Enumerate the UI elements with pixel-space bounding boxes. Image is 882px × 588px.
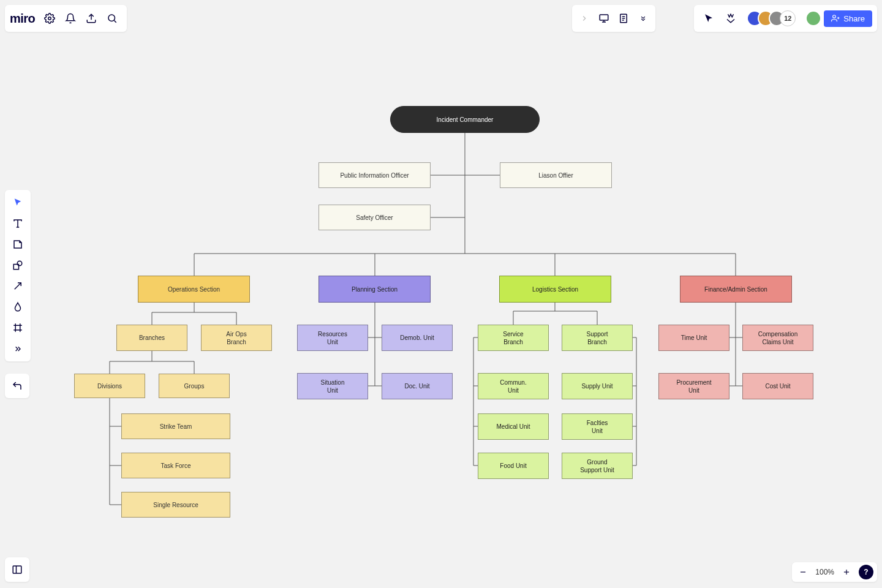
node-cost-unit[interactable]: Cost Unit: [742, 373, 813, 399]
zoom-level[interactable]: 100%: [812, 568, 838, 576]
text-tool-icon[interactable]: [7, 213, 28, 234]
chevron-right-icon[interactable]: [575, 9, 594, 28]
help-button[interactable]: ?: [859, 565, 873, 579]
present-icon[interactable]: [594, 9, 614, 28]
node-operations-section[interactable]: Operations Section: [138, 276, 250, 303]
chevron-down-double-icon[interactable]: [633, 9, 653, 28]
node-label: Strike Team: [160, 423, 192, 431]
node-air-ops-branch[interactable]: Air Ops Branch: [201, 325, 272, 351]
node-label: Planning Section: [352, 285, 398, 293]
bottom-left-toolbar: [5, 557, 29, 582]
avatar-self[interactable]: [805, 10, 821, 26]
node-strike-team[interactable]: Strike Team: [121, 413, 230, 439]
cursor-icon[interactable]: [699, 9, 718, 28]
node-single-resource[interactable]: Single Resource: [121, 492, 230, 518]
node-label: Finance/Admin Section: [704, 285, 767, 293]
svg-point-40: [48, 17, 51, 20]
node-service-branch[interactable]: Service Branch: [478, 325, 549, 351]
node-procurement-unit[interactable]: Procurement Unit: [658, 373, 729, 399]
node-label: Medical Unit: [496, 423, 530, 431]
node-label: Single Resource: [153, 501, 198, 509]
more-tools-icon[interactable]: [7, 338, 28, 359]
undo-icon[interactable]: [7, 376, 27, 396]
node-label: Situation Unit: [321, 379, 345, 394]
svg-point-57: [17, 261, 22, 266]
node-finance-section[interactable]: Finance/Admin Section: [680, 276, 792, 303]
left-toolbar: [5, 190, 31, 361]
top-right-toolbar-a: [572, 5, 655, 32]
node-facilities-unit[interactable]: Faclties Unit: [562, 413, 633, 440]
top-right-toolbar-b: 12 Share: [694, 5, 877, 32]
node-groups[interactable]: Groups: [159, 374, 230, 398]
node-label: Task Force: [161, 462, 191, 470]
avatar-overflow-count[interactable]: 12: [780, 10, 796, 26]
svg-point-51: [833, 15, 836, 18]
node-label: Demob. Unit: [400, 334, 434, 342]
node-situation-unit[interactable]: Situation Unit: [297, 373, 368, 399]
node-label: Procurement Unit: [676, 379, 711, 394]
node-label: Liason Offier: [538, 172, 573, 179]
node-doc-unit[interactable]: Doc. Unit: [382, 373, 453, 399]
node-label: Divisions: [97, 382, 122, 390]
select-tool-icon[interactable]: [7, 192, 28, 213]
node-public-info-officer[interactable]: Public Information Officer: [318, 162, 431, 188]
undo-toolbar: [5, 374, 29, 398]
node-label: Ground Support Unit: [580, 458, 614, 474]
node-demob-unit[interactable]: Demob. Unit: [382, 325, 453, 351]
svg-rect-63: [13, 566, 21, 573]
node-logistics-section[interactable]: Logistics Section: [499, 276, 611, 303]
node-supply-unit[interactable]: Supply Unit: [562, 373, 633, 399]
bell-icon[interactable]: [61, 9, 80, 28]
node-liaison-officer[interactable]: Liason Offier: [500, 162, 612, 188]
node-label: Public Information Officer: [340, 172, 409, 179]
node-label: Resources Unit: [318, 330, 347, 346]
frame-tool-icon[interactable]: [7, 317, 28, 338]
node-label: Doc. Unit: [404, 382, 429, 390]
node-support-branch[interactable]: Support Branch: [562, 325, 633, 351]
node-label: Operations Section: [168, 285, 220, 293]
zoom-in-button[interactable]: [839, 565, 854, 579]
export-icon[interactable]: [81, 9, 101, 28]
node-label: Air Ops Branch: [226, 330, 246, 346]
settings-icon[interactable]: [40, 9, 59, 28]
node-label: Faclties Unit: [587, 419, 608, 435]
share-label: Share: [843, 14, 865, 23]
notes-icon[interactable]: [614, 9, 633, 28]
node-time-unit[interactable]: Time Unit: [658, 325, 729, 351]
node-label: Cost Unit: [765, 382, 790, 390]
node-label: Support Branch: [586, 330, 608, 346]
node-resources-unit[interactable]: Resources Unit: [297, 325, 368, 351]
shape-tool-icon[interactable]: [7, 255, 28, 276]
node-compensation-claims-unit[interactable]: Compensation Claims Unit: [742, 325, 813, 351]
collaborator-avatars[interactable]: 12: [747, 10, 796, 26]
panel-toggle-icon[interactable]: [7, 560, 27, 579]
node-label: Groups: [184, 382, 205, 390]
node-divisions[interactable]: Divisions: [74, 374, 145, 398]
zoom-out-button[interactable]: [796, 565, 810, 579]
node-safety-officer[interactable]: Safety Officer: [318, 205, 431, 230]
svg-rect-44: [600, 15, 608, 20]
node-commun-unit[interactable]: Commun. Unit: [478, 373, 549, 399]
zoom-toolbar: 100% ?: [792, 562, 877, 582]
node-ground-support-unit[interactable]: Ground Support Unit: [562, 453, 633, 479]
pen-tool-icon[interactable]: [7, 296, 28, 317]
node-label: Incident Commander: [437, 116, 494, 124]
reactions-icon[interactable]: [721, 9, 741, 28]
sticky-tool-icon[interactable]: [7, 234, 28, 255]
node-label: Safety Officer: [356, 214, 393, 222]
svg-line-58: [15, 283, 21, 290]
share-button[interactable]: Share: [824, 10, 872, 27]
miro-logo[interactable]: miro: [10, 12, 35, 26]
search-icon[interactable]: [102, 9, 122, 28]
arrow-tool-icon[interactable]: [7, 276, 28, 296]
canvas[interactable]: Incident Commander Public Information Of…: [0, 0, 882, 588]
node-branches[interactable]: Branches: [116, 325, 187, 351]
node-medical-unit[interactable]: Medical Unit: [478, 413, 549, 440]
node-incident-commander[interactable]: Incident Commander: [390, 106, 540, 133]
node-task-force[interactable]: Task Force: [121, 453, 230, 478]
node-food-unit[interactable]: Food Unit: [478, 453, 549, 479]
node-label: Logistics Section: [532, 285, 578, 293]
node-label: Food Unit: [500, 462, 526, 470]
node-label: Compensation Claims Unit: [758, 330, 797, 346]
node-planning-section[interactable]: Planning Section: [318, 276, 431, 303]
